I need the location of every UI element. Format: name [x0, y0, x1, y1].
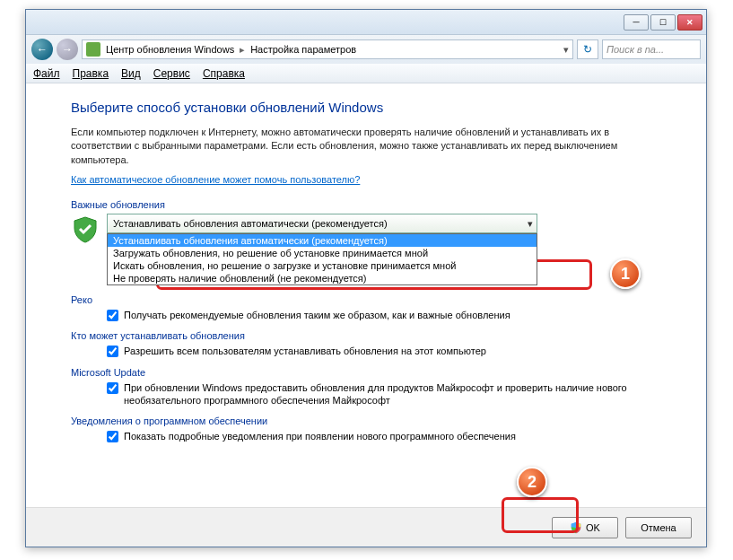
menu-view[interactable]: Вид — [121, 67, 141, 80]
dropdown-option[interactable]: Загружать обновления, но решение об уста… — [108, 247, 537, 259]
back-button[interactable]: ← — [31, 39, 53, 60]
section-microsoft-update: Microsoft Update — [71, 367, 661, 378]
uac-shield-icon — [570, 521, 582, 534]
intro-text: Если компьютер подключен к Интернету, мо… — [71, 126, 661, 167]
ok-button[interactable]: OK — [552, 517, 618, 538]
page-title: Выберите способ установки обновлений Win… — [71, 100, 661, 115]
update-mode-dropdown[interactable]: Устанавливать обновления автоматически (… — [107, 214, 537, 233]
checkbox-microsoft-products[interactable] — [107, 382, 118, 394]
breadcrumb[interactable]: Центр обновления Windows ▸ Настройка пар… — [82, 39, 573, 59]
titlebar — [26, 10, 706, 35]
search-input[interactable]: Поиск в па... — [602, 39, 701, 59]
close-button[interactable] — [677, 14, 702, 31]
windows-update-settings-window: ← → Центр обновления Windows ▸ Настройка… — [25, 9, 707, 547]
breadcrumb-separator-icon: ▸ — [240, 44, 245, 56]
annotation-callout: 1 — [610, 258, 641, 289]
breadcrumb-dropdown-icon[interactable]: ▾ — [563, 44, 569, 56]
windows-update-icon — [86, 42, 100, 57]
menu-help[interactable]: Справка — [203, 67, 245, 80]
minimize-button[interactable] — [624, 14, 649, 31]
checkbox-label: Получать рекомендуемые обновления таким … — [124, 309, 510, 321]
checkbox-recommended-same-way[interactable] — [107, 310, 118, 321]
checkbox-label: При обновлении Windows предоставить обно… — [124, 381, 661, 407]
checkbox-allow-all-users[interactable] — [107, 346, 118, 357]
dropdown-list: Устанавливать обновления автоматически (… — [107, 233, 537, 285]
forward-button[interactable]: → — [57, 39, 78, 60]
maximize-button[interactable] — [650, 14, 676, 31]
checkbox-software-notifications[interactable] — [107, 431, 118, 442]
breadcrumb-item[interactable]: Настройка параметров — [250, 44, 356, 55]
checkbox-label: Разрешить всем пользователям устанавлива… — [124, 345, 486, 357]
menu-tools[interactable]: Сервис — [153, 67, 190, 80]
section-recommended: Реко — [71, 294, 661, 305]
navigation-bar: ← → Центр обновления Windows ▸ Настройка… — [26, 35, 706, 64]
annotation-callout: 2 — [517, 467, 547, 497]
section-software-notifications: Уведомления о программном обеспечении — [71, 416, 661, 426]
dropdown-option[interactable]: Не проверять наличие обновлений (не реко… — [108, 272, 537, 284]
cancel-button[interactable]: Отмена — [625, 517, 692, 538]
checkbox-label: Показать подробные уведомления при появл… — [124, 430, 516, 442]
menubar: Файл Правка Вид Сервис Справка — [26, 64, 706, 83]
menu-edit[interactable]: Правка — [73, 67, 109, 80]
shield-icon — [71, 215, 100, 244]
refresh-button[interactable]: ↻ — [577, 39, 598, 59]
chevron-down-icon: ▾ — [528, 218, 533, 230]
menu-file[interactable]: Файл — [33, 67, 60, 80]
help-link[interactable]: Как автоматическое обновление может помо… — [71, 174, 661, 185]
dropdown-option[interactable]: Устанавливать обновления автоматически (… — [108, 234, 537, 247]
content-area: Выберите способ установки обновлений Win… — [26, 83, 706, 507]
breadcrumb-item[interactable]: Центр обновления Windows — [106, 44, 234, 55]
section-who-installs: Кто может устанавливать обновления — [71, 330, 661, 341]
dropdown-option[interactable]: Искать обновления, но решение о загрузке… — [108, 259, 537, 272]
footer-bar: OK Отмена — [26, 507, 706, 547]
section-important-updates: Важные обновления — [71, 199, 661, 210]
